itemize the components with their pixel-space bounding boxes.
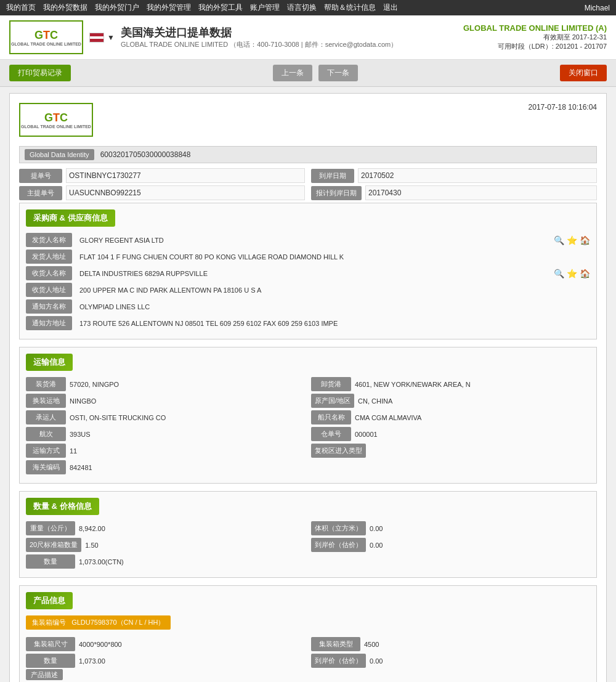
arrival-price-value: 0.00 (370, 542, 590, 549)
bill-no-label: 提单号 (19, 169, 62, 183)
nav-help[interactable]: 帮助＆统计信息 (324, 2, 376, 13)
product-desc-label: 产品描述 (26, 669, 63, 680)
consignee-home-icon[interactable]: 🏠 (580, 269, 590, 278)
nav-home[interactable]: 我的首页 (6, 2, 36, 13)
transit-label: 换装运地 (26, 394, 66, 408)
expected-arrival-value: 20170430 (365, 185, 597, 200)
shipper-name-value: GLORY REGENT ASIA LTD (76, 234, 550, 246)
product-section-header: 产品信息 (26, 592, 73, 609)
contact-info: GLOBAL TRADE ONLINE LIMITED （电话：400-710-… (121, 40, 397, 49)
product-price-value: 0.00 (370, 657, 590, 665)
flag-dropdown-icon[interactable]: ▼ (107, 33, 115, 42)
transit-row: 换装运地 NINGBO 原产国/地区 CN, CHINA (26, 394, 590, 408)
container-type-label: 集装箱类型 (311, 637, 360, 651)
logo: GTC GLOBAL TRADE ONLINE LIMITED (9, 20, 83, 54)
nav-logout[interactable]: 退出 (383, 2, 398, 13)
consignee-icons: 🔍 ⭐ 🏠 (554, 269, 590, 278)
header-title-area: 美国海关进口提单数据 GLOBAL TRADE ONLINE LIMITED （… (121, 25, 397, 49)
quantity-section-header: 数量 & 价格信息 (26, 498, 99, 515)
loading-port-label: 装货港 (26, 377, 66, 391)
quantity-section: 数量 & 价格信息 重量（公斤） 8,942.00 体积（立方米） 0.00 2… (19, 491, 597, 578)
search-icon[interactable]: 🔍 (554, 235, 564, 245)
star-icon[interactable]: ⭐ (567, 235, 577, 245)
page-header: GTC GLOBAL TRADE ONLINE LIMITED ▼ 美国海关进口… (0, 15, 616, 60)
company-display: GLOBAL TRADE ONLINE LIMITED (A) (463, 23, 607, 33)
consignee-address-label: 收货人地址 (26, 283, 72, 297)
container20-field: 20尺标准箱数量 1.50 (26, 538, 305, 552)
voyage-field: 航次 393US (26, 427, 305, 441)
notify-address-row: 通知方地址 173 ROUTE 526 ALLENTOWN NJ 08501 T… (26, 316, 590, 330)
notify-name-row: 通知方名称 OLYMPIAD LINES LLC (26, 299, 590, 314)
weight-label: 重量（公斤） (26, 521, 75, 535)
header-right: GLOBAL TRADE ONLINE LIMITED (A) 有效期至 201… (463, 23, 607, 51)
close-button[interactable]: 关闭窗口 (560, 65, 607, 81)
phone: 400-710-3008 (257, 41, 299, 48)
product-qty-label: 数量 (26, 654, 75, 668)
top-nav-left: 我的首页 我的外贸数据 我的外贸门户 我的外贸管理 我的外贸工具 账户管理 语言… (6, 2, 398, 13)
unloading-port-label: 卸货港 (311, 377, 351, 391)
consignee-name-row: 收货人名称 DELTA INDUSTRIES 6829A RUPPSVILLE … (26, 266, 590, 280)
nav-data[interactable]: 我的外贸数据 (43, 2, 87, 13)
carrier-row: 承运人 OSTI, ON-SITE TRUCKING CO 船只名称 CMA C… (26, 410, 590, 424)
weight-field: 重量（公斤） 8,942.00 (26, 521, 305, 535)
product-price-label: 到岸价（估价） (311, 654, 366, 668)
shipper-name-label: 发货人名称 (26, 233, 72, 247)
next-button[interactable]: 下一条 (318, 65, 358, 81)
company-name: GLOBAL TRADE ONLINE LIMITED (121, 41, 228, 48)
bill-row: 提单号 OSTINBNYC1730277 到岸日期 20170502 (19, 168, 597, 183)
nav-portal[interactable]: 我的外贸门户 (95, 2, 139, 13)
notify-name-label: 通知方名称 (26, 299, 72, 314)
page-title: 美国海关进口提单数据 (121, 25, 397, 40)
prev-button[interactable]: 上一条 (273, 65, 312, 81)
nav-tools[interactable]: 我的外贸工具 (198, 2, 243, 13)
vessel-label: 船只名称 (311, 410, 351, 424)
shipper-address-row: 发货人地址 FLAT 104 1 F FUNG CHUEN COURT 80 P… (26, 250, 590, 264)
gdi-row: Global Data Identity 6003201705030000038… (19, 146, 597, 163)
email: service@gtodata.com (325, 41, 391, 48)
transport-mode-row: 运输方式 11 复税区进入类型 (26, 444, 590, 458)
transport-mode-label: 运输方式 (26, 444, 66, 458)
notify-address-label: 通知方地址 (26, 316, 72, 330)
nav-account[interactable]: 账户管理 (250, 2, 280, 13)
loading-port-value: 57020, NINGPO (70, 381, 305, 388)
bonded-field: 复税区进入类型 (311, 444, 590, 458)
bill-no-group: 提单号 OSTINBNYC1730277 (19, 168, 305, 183)
carrier-value: OSTI, ON-SITE TRUCKING CO (70, 414, 305, 421)
container-size-field: 集装箱尺寸 4000*900*800 (26, 637, 305, 651)
quantity-value: 1,073.00(CTN) (79, 558, 305, 566)
logo-subtitle: GLOBAL TRADE ONLINE LIMITED (11, 42, 81, 46)
document-content: GTC GLOBAL TRADE ONLINE LIMITED 2017-07-… (9, 93, 607, 682)
quantity-row: 数量 1,073.00(CTN) (26, 554, 590, 569)
valid-date: 有效期至 2017-12-31 (463, 33, 607, 42)
nav-language[interactable]: 语言切换 (287, 2, 317, 13)
unloading-port-field: 卸货港 4601, NEW YORK/NEWARK AREA, N (311, 377, 590, 391)
gdi-label: Global Data Identity (25, 149, 94, 160)
arrival-price-label: 到岸价（估价） (311, 538, 366, 552)
print-button[interactable]: 打印贸易记录 (9, 65, 71, 81)
arrival-price-field: 到岸价（估价） 0.00 (311, 538, 590, 552)
vessel-value: CMA CGM ALMAVIVA (355, 414, 590, 421)
notify-address-value: 173 ROUTE 526 ALLENTOWN NJ 08501 TEL 609… (76, 317, 590, 330)
transit-field: 换装运地 NINGBO (26, 394, 305, 408)
customs-row: 海关编码 842481 (26, 460, 590, 474)
doc-logo: GTC GLOBAL TRADE ONLINE LIMITED (19, 103, 93, 137)
consignee-star-icon[interactable]: ⭐ (567, 269, 577, 278)
origin-country-field: 原产国/地区 CN, CHINA (311, 394, 590, 408)
customs-label: 海关编码 (26, 460, 66, 474)
transit-value: NINGBO (70, 397, 305, 405)
container-type-field: 集装箱类型 4500 (311, 637, 590, 651)
flag-area: ▼ (89, 33, 115, 43)
consignee-search-icon[interactable]: 🔍 (554, 269, 564, 278)
master-bill-label: 主提单号 (19, 186, 62, 200)
port-row: 装货港 57020, NINGPO 卸货港 4601, NEW YORK/NEW… (26, 377, 590, 391)
document-datetime: 2017-07-18 10:16:04 (529, 103, 597, 112)
nav-management[interactable]: 我的外贸管理 (147, 2, 191, 13)
master-bill-row: 主提单号 UASUCNNBO992215 报计到岸日期 20170430 (19, 185, 597, 200)
arrival-date-value: 20170502 (358, 168, 597, 183)
top-nav-user: Michael (585, 4, 610, 12)
expected-arrival-label: 报计到岸日期 (311, 186, 362, 200)
voyage-value: 393US (70, 431, 305, 438)
home-icon[interactable]: 🏠 (580, 235, 590, 245)
vessel-field: 船只名称 CMA CGM ALMAVIVA (311, 410, 590, 424)
container-no-value: GLDU7598370（CN / L / HH） (71, 619, 164, 626)
